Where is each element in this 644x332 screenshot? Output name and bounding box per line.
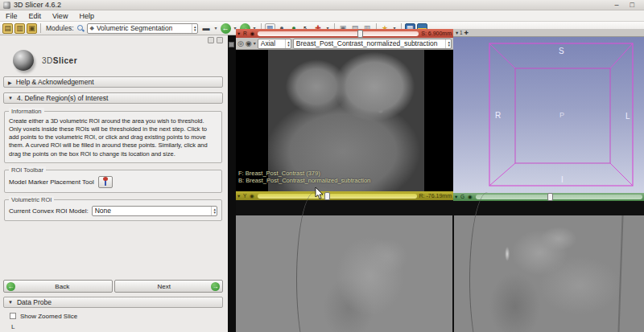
add-dicom-icon[interactable]: ▥	[14, 23, 25, 34]
volumetric-roi-groupbox: Volumetric ROI Current Convex ROI Model:…	[4, 199, 222, 221]
module-icon: ◆	[90, 25, 94, 31]
pin-icon[interactable]: ◎	[237, 39, 244, 49]
roi-toolbar-groupbox: ROI Toolbar Model Marker Placement Tool	[4, 170, 222, 193]
title-bar: 3D Slicer 4.6.2 – □	[0, 0, 644, 10]
toolbar-separator	[40, 23, 41, 33]
app-window: 3D Slicer 4.6.2 – □ File Edit View Help …	[0, 0, 644, 332]
module-panel: 3DSlicer ▶ Help & Acknowledgement ▼ 4. D…	[0, 35, 228, 332]
show-zoomed-slice-checkbox[interactable]	[10, 313, 16, 319]
volumetric-roi-title: Volumetric ROI	[9, 196, 54, 203]
dropdown-arrow-icon[interactable]: ▾	[213, 23, 219, 34]
red-slice-slider[interactable]	[258, 31, 419, 36]
combo-spinner-icon	[285, 39, 290, 48]
visibility-eye-icon[interactable]: ◉	[246, 39, 252, 49]
yellow-slice-slider-handle[interactable]	[324, 192, 330, 200]
convex-roi-model-select[interactable]: None	[92, 206, 217, 216]
panel-undock-button[interactable]	[217, 37, 223, 43]
data-probe-title: Data Probe	[17, 298, 52, 306]
module-back-icon[interactable]: ←	[221, 23, 231, 34]
information-title: Information	[9, 108, 44, 115]
green-slice-controls[interactable]: ▾ G ◉	[455, 194, 473, 200]
axis-label-left: L	[625, 112, 630, 121]
convex-roi-model-value: None	[95, 207, 111, 215]
splitter-handle-icon[interactable]	[229, 42, 234, 47]
orientation-select[interactable]: Axial	[258, 39, 291, 49]
data-probe-section[interactable]: ▼ Data Probe	[3, 297, 223, 308]
red-slice-slider-handle[interactable]	[357, 30, 363, 38]
combo-spinner-icon	[192, 24, 196, 33]
back-button-label: Back	[15, 283, 109, 290]
slicer-logo-icon	[13, 50, 34, 71]
show-zoomed-slice-row: Show Zoomed Slice	[3, 311, 223, 321]
coronal-slice-view[interactable]	[453, 201, 644, 332]
marker-placement-button[interactable]	[98, 176, 113, 188]
threeD-view-controller: ▾ 1 ✚	[453, 29, 644, 37]
marker-tool-label: Model Marker Placement Tool	[9, 178, 94, 186]
yellow-slice-offset-value: R: -76.19mm	[419, 193, 452, 199]
tissue-contour-line	[469, 192, 506, 332]
foreground-volume-label: F: Breast_Post_Contrast (379)	[238, 170, 370, 178]
sagittal-slice-view[interactable]	[236, 200, 453, 332]
data-probe-l-label: L	[3, 323, 223, 330]
logo-slicer-text: Slicer	[53, 56, 77, 65]
define-roi-section[interactable]: ▼ 4. Define Region(s) of Interest	[3, 92, 223, 104]
back-arrow-icon: ←	[6, 282, 15, 291]
background-volume-label: B: Breast_Post_Contrast_normalized_subtr…	[238, 177, 370, 185]
threeD-view-controls[interactable]: ▾ 1 ✚	[456, 30, 469, 36]
window-title: 3D Slicer 4.6.2	[14, 1, 61, 9]
axis-label-superior: S	[559, 47, 564, 55]
next-button-label: Next	[118, 283, 212, 290]
axial-slice-image[interactable]: F: Breast_Post_Contrast (379) B: Breast_…	[236, 50, 453, 191]
menu-view[interactable]: View	[47, 12, 73, 20]
load-data-icon[interactable]: ▤	[2, 23, 13, 34]
combo-spinner-icon	[445, 39, 450, 48]
module-selector[interactable]: ◆ Volumetric Segmentation	[87, 23, 198, 34]
threeD-view[interactable]: S R P L I	[453, 37, 644, 193]
roi-toolbar-title: ROI Toolbar	[9, 166, 46, 174]
orientation-value: Axial	[261, 39, 275, 47]
slice-views-area: ▾ R ◉ S: 6.900mm ◎ ◉ ▾ Axial Breast_Post…	[236, 29, 644, 332]
slicer-logo: 3DSlicer	[3, 47, 223, 74]
menu-bar: File Edit View Help	[0, 10, 644, 22]
menu-help[interactable]: Help	[73, 12, 100, 20]
minimize-button[interactable]: –	[615, 1, 619, 9]
expanded-arrow-icon: ▼	[8, 300, 13, 305]
marker-placement-icon	[105, 178, 106, 186]
logo-3d-text: 3D	[42, 56, 53, 65]
expanded-arrow-icon: ▼	[8, 96, 13, 100]
yellow-slice-slider[interactable]	[258, 194, 417, 199]
volume-select[interactable]: Breast_Post_Contrast_normalized_subtract…	[293, 39, 452, 49]
help-section-title: Help & Acknowledgement	[16, 78, 94, 86]
next-button[interactable]: Next →	[114, 280, 224, 293]
axial-view-controller: ◎ ◉ ▾ Axial Breast_Post_Contrast_normali…	[236, 38, 453, 50]
roi-wireframe-box[interactable]	[453, 37, 644, 193]
volume-select-value: Breast_Post_Contrast_normalized_subtract…	[296, 39, 438, 47]
maximize-button[interactable]: □	[630, 1, 634, 9]
menu-file[interactable]: File	[0, 12, 23, 20]
axis-label-right: R	[495, 111, 501, 120]
panel-splitter[interactable]	[228, 35, 236, 332]
red-slice-offset-value: S: 6.900mm	[421, 31, 452, 36]
convex-roi-label: Current Convex ROI Model:	[9, 207, 89, 215]
eye-dropdown-icon[interactable]: ▾	[254, 39, 256, 49]
green-slice-slider-handle[interactable]	[547, 193, 553, 201]
red-slice-controls[interactable]: ▾ R ◉	[237, 31, 255, 37]
green-slice-slider[interactable]	[476, 195, 642, 199]
roi-section-title: 4. Define Region(s) of Interest	[17, 94, 108, 102]
help-acknowledgement-section[interactable]: ▶ Help & Acknowledgement	[3, 76, 223, 88]
save-icon[interactable]: ▣	[27, 23, 37, 34]
yellow-slice-offset-bar: ▾ Y ◉ R: -76.19mm	[236, 191, 453, 200]
coronal-slice-image	[454, 215, 644, 332]
app-icon	[3, 2, 10, 9]
module-search-icon[interactable]	[76, 24, 85, 32]
tissue-streak	[617, 215, 623, 332]
information-text: Create either a 3D volumetric ROI around…	[9, 117, 217, 158]
modules-label: Modules:	[46, 24, 74, 32]
yellow-slice-controls[interactable]: ▾ Y ◉	[237, 193, 255, 199]
module-history-icon[interactable]: ▬	[201, 23, 212, 34]
back-button[interactable]: ← Back	[3, 280, 113, 293]
axis-label-posterior: P	[559, 111, 564, 119]
menu-edit[interactable]: Edit	[23, 12, 47, 20]
combo-spinner-icon	[211, 207, 216, 215]
panel-pin-button[interactable]	[208, 37, 214, 43]
